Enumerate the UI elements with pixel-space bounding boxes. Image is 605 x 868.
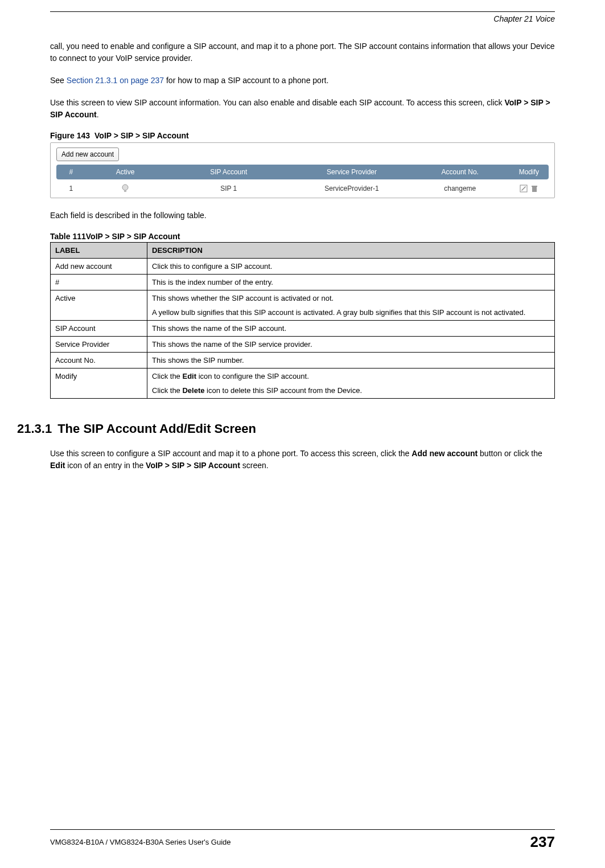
col-header-service-provider: Service Provider bbox=[293, 165, 411, 179]
col-header-sip-account: SIP Account bbox=[164, 165, 293, 179]
table-row: Service Provider This shows the name of … bbox=[51, 337, 555, 353]
cell-modify bbox=[509, 179, 549, 198]
table-row: Active This shows whether the SIP accoun… bbox=[51, 290, 555, 321]
table-header-row: # Active SIP Account Service Provider Ac… bbox=[56, 165, 549, 179]
section-number: 21.3.1 bbox=[17, 421, 52, 436]
table-row: SIP Account This shows the name of the S… bbox=[51, 321, 555, 337]
row-label: Service Provider bbox=[51, 337, 147, 353]
head-label: LABEL bbox=[51, 243, 147, 259]
delete-icon[interactable] bbox=[530, 185, 539, 193]
cell-service-provider: ServiceProvider-1 bbox=[293, 179, 411, 198]
add-new-account-button[interactable]: Add new account bbox=[56, 148, 119, 161]
edit-icon[interactable] bbox=[519, 185, 530, 193]
paragraph-4: Each field is described in the following… bbox=[50, 210, 555, 222]
header-rule bbox=[50, 11, 555, 12]
figure-screenshot: Add new account # Active SIP Account Ser… bbox=[50, 142, 555, 198]
paragraph-2: See Section 21.3.1 on page 237 for how t… bbox=[50, 75, 555, 87]
p2-prefix: See bbox=[50, 76, 67, 85]
row-label: Modify bbox=[51, 369, 147, 399]
table-row: Modify Click the Edit icon to configure … bbox=[51, 369, 555, 399]
table-row: # This is the index number of the entry. bbox=[51, 275, 555, 290]
row-desc: Click the Edit icon to configure the SIP… bbox=[147, 369, 555, 399]
d1a: Click the bbox=[152, 372, 182, 380]
cell-active bbox=[86, 179, 164, 198]
row-desc: This shows the name of the SIP account. bbox=[147, 321, 555, 337]
bulb-icon bbox=[121, 184, 129, 192]
sb-b: Add new account bbox=[411, 449, 478, 458]
d2a: Click the bbox=[152, 386, 182, 395]
col-header-active: Active bbox=[86, 165, 164, 179]
row-desc: This is the index number of the entry. bbox=[147, 275, 555, 290]
row-desc: This shows the SIP number. bbox=[147, 353, 555, 369]
d1c: icon to configure the SIP account. bbox=[196, 372, 309, 380]
sb-d: Edit bbox=[50, 461, 65, 470]
row-desc: This shows the name of the SIP service p… bbox=[147, 337, 555, 353]
row-label: Active bbox=[51, 290, 147, 321]
chapter-header: Chapter 21 Voice bbox=[50, 14, 555, 23]
modify-desc-2: Click the Delete icon to delete this SIP… bbox=[152, 386, 550, 395]
page-number: 237 bbox=[530, 833, 555, 851]
table-row: 1 SIP 1 ServiceProvider-1 changeme bbox=[56, 179, 549, 198]
modify-desc-1: Click the Edit icon to configure the SIP… bbox=[152, 372, 550, 380]
col-header-account-no: Account No. bbox=[411, 165, 509, 179]
row-desc: This shows whether the SIP account is ac… bbox=[147, 290, 555, 321]
sip-account-table: # Active SIP Account Service Provider Ac… bbox=[56, 165, 549, 198]
row-label: SIP Account bbox=[51, 321, 147, 337]
section-link[interactable]: Section 21.3.1 on page 237 bbox=[67, 76, 164, 85]
table-row: Account No. This shows the SIP number. bbox=[51, 353, 555, 369]
row-label: # bbox=[51, 275, 147, 290]
svg-rect-1 bbox=[124, 190, 126, 192]
desc-table-header: LABEL DESCRIPTION bbox=[51, 243, 555, 259]
sb-a: Use this screen to configure a SIP accou… bbox=[50, 449, 411, 458]
figure-caption: Figure 143VoIP > SIP > SIP Account bbox=[50, 131, 555, 140]
d2b: Delete bbox=[182, 386, 204, 395]
section-heading: 21.3.1The SIP Account Add/Edit Screen bbox=[17, 421, 555, 436]
table-caption: Table 111VoIP > SIP > SIP Account bbox=[50, 232, 555, 241]
figure-number: Figure 143 bbox=[50, 131, 90, 140]
p3-c: . bbox=[97, 110, 99, 119]
table-row: Add new account Click this to configure … bbox=[51, 259, 555, 275]
figure-title: VoIP > SIP > SIP Account bbox=[94, 131, 189, 140]
row-desc: Click this to configure a SIP account. bbox=[147, 259, 555, 275]
row-label: Add new account bbox=[51, 259, 147, 275]
svg-point-0 bbox=[122, 185, 128, 190]
row-desc-p1: This shows whether the SIP account is ac… bbox=[152, 294, 550, 302]
cell-num: 1 bbox=[56, 179, 86, 198]
cell-account-no: changeme bbox=[411, 179, 509, 198]
p2-suffix: for how to map a SIP account to a phone … bbox=[164, 76, 328, 85]
footer-row: VMG8324-B10A / VMG8324-B30A Series User'… bbox=[50, 833, 555, 851]
row-desc-p2: A yellow bulb signifies that this SIP ac… bbox=[152, 308, 550, 317]
svg-rect-4 bbox=[532, 186, 537, 187]
section-body: Use this screen to configure a SIP accou… bbox=[50, 448, 555, 472]
paragraph-1: call, you need to enable and configure a… bbox=[50, 40, 555, 64]
sb-e: icon of an entry in the bbox=[65, 461, 146, 470]
footer-guide-name: VMG8324-B10A / VMG8324-B30A Series User'… bbox=[50, 838, 231, 846]
sb-c: button or click the bbox=[478, 449, 542, 458]
p3-a: Use this screen to view SIP account info… bbox=[50, 98, 504, 107]
svg-rect-3 bbox=[532, 187, 537, 192]
description-table: LABEL DESCRIPTION Add new account Click … bbox=[50, 242, 555, 399]
head-desc: DESCRIPTION bbox=[147, 243, 555, 259]
table-title: VoIP > SIP > SIP Account bbox=[86, 232, 180, 241]
row-label: Account No. bbox=[51, 353, 147, 369]
paragraph-3: Use this screen to view SIP account info… bbox=[50, 97, 555, 121]
col-header-num: # bbox=[56, 165, 86, 179]
d1b: Edit bbox=[182, 372, 196, 380]
table-number: Table 111 bbox=[50, 232, 86, 241]
section-title: The SIP Account Add/Edit Screen bbox=[57, 421, 256, 436]
sb-g: screen. bbox=[240, 461, 269, 470]
sb-f: VoIP > SIP > SIP Account bbox=[146, 461, 240, 470]
d2c: icon to delete this SIP account from the… bbox=[205, 386, 363, 395]
col-header-modify: Modify bbox=[509, 165, 549, 179]
cell-sip-account: SIP 1 bbox=[164, 179, 293, 198]
page-footer: VMG8324-B10A / VMG8324-B30A Series User'… bbox=[50, 829, 555, 851]
footer-rule bbox=[50, 829, 555, 830]
